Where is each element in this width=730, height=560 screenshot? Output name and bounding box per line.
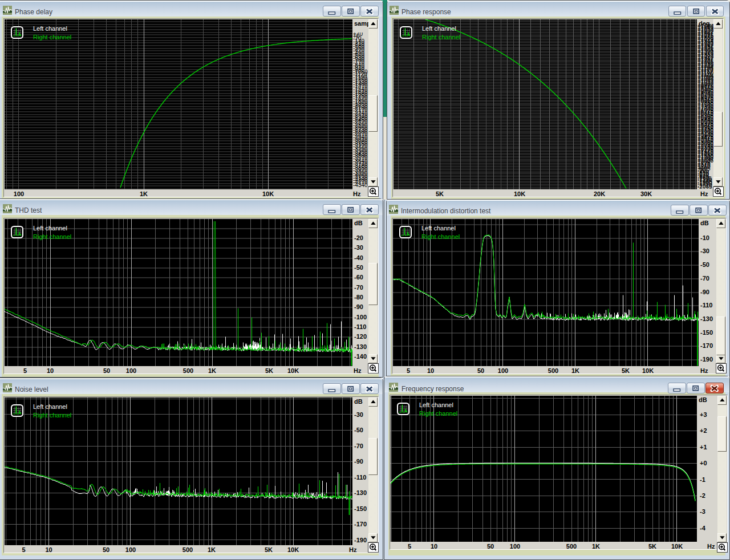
- svg-text:-4340: -4340: [353, 182, 368, 188]
- svg-text:-2065: -2065: [697, 184, 712, 189]
